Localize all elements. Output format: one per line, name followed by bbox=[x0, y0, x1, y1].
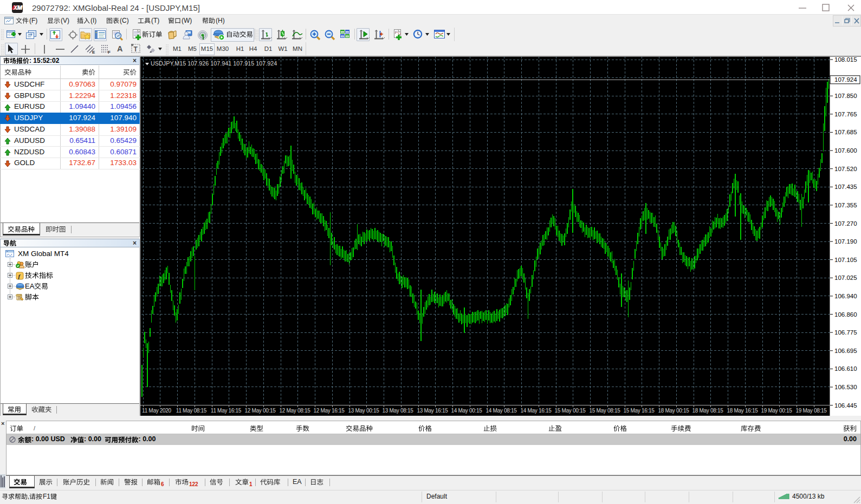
svg-text:15 May 08:15: 15 May 08:15 bbox=[590, 408, 621, 414]
svg-text:107.924: 107.924 bbox=[834, 76, 857, 83]
svg-text:12 May 08:15: 12 May 08:15 bbox=[280, 408, 311, 414]
svg-text:106.775: 106.775 bbox=[834, 329, 857, 336]
svg-text:106.860: 106.860 bbox=[834, 311, 857, 318]
svg-text:106.695: 106.695 bbox=[834, 348, 857, 354]
svg-text:106.530: 106.530 bbox=[834, 384, 857, 390]
svg-text:107.025: 107.025 bbox=[834, 274, 857, 281]
svg-text:F: F bbox=[108, 50, 111, 54]
svg-text:19 May 00:15: 19 May 00:15 bbox=[761, 408, 793, 414]
svg-text:18 May 00:15: 18 May 00:15 bbox=[658, 408, 690, 414]
svg-text:107.190: 107.190 bbox=[834, 238, 857, 245]
svg-text:107.600: 107.600 bbox=[834, 147, 857, 154]
svg-text:107.850: 107.850 bbox=[834, 93, 857, 99]
svg-text:14 May 08:15: 14 May 08:15 bbox=[486, 408, 517, 414]
svg-text:15 May 00:15: 15 May 00:15 bbox=[555, 408, 586, 414]
svg-text:107.355: 107.355 bbox=[834, 202, 857, 208]
svg-text:13 May 16:15: 13 May 16:15 bbox=[417, 408, 449, 414]
svg-text:106.445: 106.445 bbox=[834, 402, 857, 409]
svg-text:107.105: 107.105 bbox=[834, 257, 857, 263]
svg-text:106.940: 106.940 bbox=[834, 293, 857, 299]
svg-text:107.435: 107.435 bbox=[834, 184, 857, 190]
svg-text:107.270: 107.270 bbox=[834, 220, 857, 227]
svg-text:108.015: 108.015 bbox=[834, 56, 857, 63]
svg-text:11 May 2020: 11 May 2020 bbox=[142, 408, 172, 414]
svg-text:15 May 16:15: 15 May 16:15 bbox=[624, 408, 655, 414]
svg-text:18 May 16:15: 18 May 16:15 bbox=[727, 408, 759, 414]
svg-text:USDJPY,M15 107.926 107.941 10: USDJPY,M15 107.926 107.941 107.915 107.9… bbox=[151, 60, 277, 67]
svg-text:107.685: 107.685 bbox=[834, 129, 857, 135]
svg-text:14 May 16:15: 14 May 16:15 bbox=[521, 408, 552, 414]
svg-text:12 May 16:15: 12 May 16:15 bbox=[314, 408, 345, 414]
svg-text:106.610: 106.610 bbox=[834, 365, 857, 372]
svg-text:11 May 08:15: 11 May 08:15 bbox=[176, 408, 207, 414]
svg-text:13 May 00:15: 13 May 00:15 bbox=[348, 408, 380, 414]
svg-text:T: T bbox=[134, 45, 138, 53]
svg-text:11 May 16:15: 11 May 16:15 bbox=[211, 408, 242, 414]
svg-text:13 May 08:15: 13 May 08:15 bbox=[383, 408, 414, 414]
svg-text:12 May 00:15: 12 May 00:15 bbox=[245, 408, 276, 414]
svg-text:E: E bbox=[92, 50, 95, 54]
svg-text:107.520: 107.520 bbox=[834, 166, 857, 172]
svg-text:18 May 08:15: 18 May 08:15 bbox=[692, 408, 724, 414]
svg-text:107.765: 107.765 bbox=[834, 111, 857, 117]
svg-text:14 May 00:15: 14 May 00:15 bbox=[451, 408, 483, 414]
svg-text:19 May 08:15: 19 May 08:15 bbox=[796, 408, 827, 414]
